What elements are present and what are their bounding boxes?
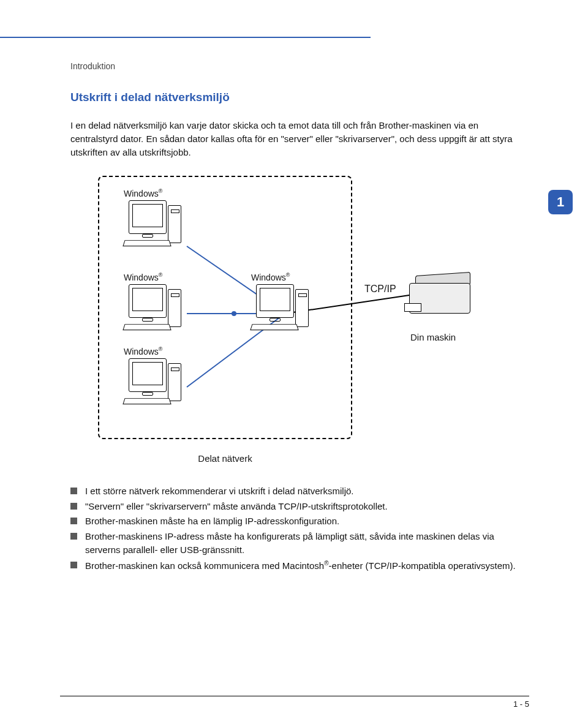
list-item: Brother-maskinen kan också kommunicera m… [70, 559, 518, 573]
protocol-label: TCP/IP [364, 284, 396, 295]
computer-label-2: Windows® [124, 272, 162, 282]
list-item: Brother-maskinens IP-adress måste ha kon… [70, 530, 518, 557]
windows-text: Windows [251, 273, 286, 282]
registered-icon: ® [159, 346, 163, 352]
page-number: 1 - 5 [513, 699, 529, 709]
windows-text: Windows [124, 273, 159, 282]
bullet-text: Brother-maskinen kan också kommunicera m… [85, 560, 516, 571]
computer-label-1: Windows® [124, 188, 162, 198]
registered-icon: ® [286, 272, 290, 278]
computer-label-4: Windows® [124, 346, 162, 356]
machine-label: Din maskin [410, 332, 456, 342]
network-diagram: Windows® Windows® Windows® Windows® TCP/… [98, 176, 490, 464]
page-heading: Utskrift i delad nätverksmiljö [70, 91, 518, 104]
printer-icon [409, 274, 477, 317]
bottom-rule [60, 696, 529, 696]
registered-icon: ® [159, 272, 163, 278]
windows-text: Windows [124, 189, 159, 198]
computer-icon-2 [124, 284, 185, 333]
bullet-text: Brother-maskinens IP-adress måste ha kon… [85, 531, 494, 556]
computer-label-3: Windows® [251, 272, 290, 282]
bullet-text: I ett större nätverk rekommenderar vi ut… [85, 486, 354, 496]
windows-text: Windows [124, 347, 159, 356]
page-content: Introduktion Utskrift i delad nätverksmi… [70, 61, 518, 574]
bullet-list: I ett större nätverk rekommenderar vi ut… [70, 484, 518, 573]
computer-icon-3 [251, 284, 312, 333]
bullet-text: "Servern" eller "skrivarservern" måste a… [85, 501, 388, 511]
computer-icon-4 [124, 358, 185, 407]
list-item: "Servern" eller "skrivarservern" måste a… [70, 500, 518, 514]
intro-paragraph: I en delad nätverksmiljö kan varje dator… [70, 119, 518, 159]
network-caption: Delat nätverk [98, 453, 352, 464]
list-item: Brother-maskinen måste ha en lämplig IP-… [70, 514, 518, 529]
computer-icon-1 [124, 200, 185, 249]
section-header: Introduktion [70, 61, 518, 71]
bullet-text: Brother-maskinen måste ha en lämplig IP-… [85, 516, 339, 526]
list-item: I ett större nätverk rekommenderar vi ut… [70, 484, 518, 499]
registered-icon: ® [159, 188, 163, 194]
top-rule [0, 37, 371, 38]
chapter-tab: 1 [548, 190, 573, 214]
